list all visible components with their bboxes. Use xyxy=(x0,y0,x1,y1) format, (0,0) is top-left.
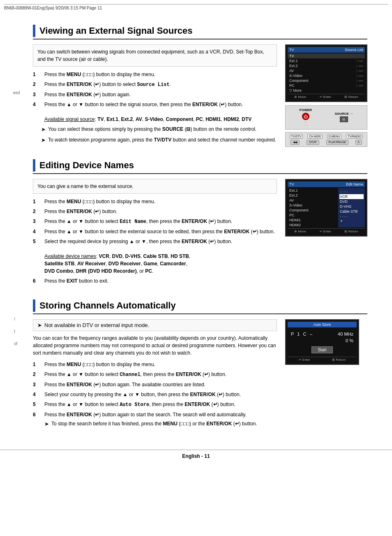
section-editing: Editing Device Names You can give a name… xyxy=(33,159,367,287)
screen1-tv: TV xyxy=(289,48,294,52)
screen1-row-av: AV: ---- xyxy=(288,68,365,73)
screen1-title: Source List xyxy=(345,48,363,52)
btn-tvradio[interactable]: TV/RADIO xyxy=(346,134,363,139)
step-3-4: 4 Select your country by pressing the ▲ … xyxy=(33,391,277,398)
auto-store-info: P 1 C -- 40 MHz xyxy=(288,330,357,338)
screen1-row-tv: TV xyxy=(288,53,365,58)
screen1-row-pc: PC: ---- xyxy=(288,83,365,88)
step-1-3: 3 Press the ENTER/OK (↵) button again. xyxy=(33,91,277,98)
step-2-4: 4 Press the ▲ or ▼ button to select the … xyxy=(33,228,277,235)
step-3-5: 5 Press the ▲ or ▼ button to select Auto… xyxy=(33,401,277,408)
section2-image: TV Edit Name Ext.1 Ext.2 AV S-Video Comp… xyxy=(285,179,367,287)
btn-dmenu[interactable]: D.MENU xyxy=(327,134,342,139)
section1-heading: Viewing an External Signal Sources xyxy=(39,26,193,36)
section3-body: ➤ Not available in DTV or external input… xyxy=(33,319,367,433)
auto-store-screen: Auto Store P 1 C -- 40 MHz 0 % Start xyxy=(285,319,359,365)
section3-heading: Storing Channels Automatically xyxy=(39,300,176,311)
auto-store-title: Auto Store xyxy=(288,322,357,327)
step-3-3: 3 Press the ENTER/OK (↵) button again. T… xyxy=(33,381,277,388)
header-text: BN68-00889W-01Eng(Spa) 9/20/06 3:15 PM P… xyxy=(4,6,102,10)
step-2-3: 3 Press the ▲ or ▼ button to select Edit… xyxy=(33,218,277,225)
step-2-5: 5 Select the required device by pressing… xyxy=(33,238,277,275)
section3-steps: 1 Press the MENU (□□□) button to display… xyxy=(33,361,277,431)
screen1-row-ext2: Ext.2: ---- xyxy=(288,63,365,68)
section3-text: ➤ Not available in DTV or external input… xyxy=(33,319,277,433)
auto-store-footer: ↵ Enter ⊞ Return xyxy=(288,357,357,362)
section2-heading: Editing Device Names xyxy=(39,160,134,171)
step-3-1: 1 Press the MENU (□□□) button to display… xyxy=(33,361,277,368)
screen2-title: Edit Name xyxy=(346,182,363,186)
btn-pause[interactable]: II xyxy=(355,140,362,145)
section2-body: You can give a name to the external sour… xyxy=(33,179,367,287)
screen2-header: TV Edit Name xyxy=(288,181,365,187)
start-button[interactable]: Start xyxy=(311,346,332,353)
section3-note-text: Not available in DTV or external input m… xyxy=(44,322,149,328)
screen1-row-ext1: Ext.1: ---- xyxy=(288,58,365,63)
section1-images: TV Source List TV Ext.1: ---- Ext.2: ---… xyxy=(285,44,367,147)
section2-steps: 1 Press the MENU (□□□) button to display… xyxy=(33,198,277,285)
remote-bottom: TV/DTV CH.MGR D.MENU TV/RADIO ◀◀ STOP PL… xyxy=(285,132,367,147)
section1-intro: You can switch between viewing signals f… xyxy=(33,44,277,67)
screen1-footer: ⊕ Move ↵ Enter ⊞ Return xyxy=(288,94,365,100)
remote-power-source: POWER ⏻ · · · · · SOURCE → ⊟ xyxy=(285,105,367,130)
section3-intro: You can scan for the frequency ranges av… xyxy=(33,334,277,357)
step-2-1: 1 Press the MENU (□□□) button to display… xyxy=(33,198,277,205)
section3-image: Auto Store P 1 C -- 40 MHz 0 % Start xyxy=(285,319,367,433)
section-viewing: Viewing an External Signal Sources You c… xyxy=(33,25,367,147)
step-3-6: 6 Press the ENTER/OK (↵) button again to… xyxy=(33,411,277,431)
screen2-footer: ⊕ Move ↵ Enter ⊞ Return xyxy=(288,228,365,234)
left-note-4: of xyxy=(14,341,17,346)
left-note-2: / xyxy=(14,317,15,321)
main-content: Viewing an External Signal Sources You c… xyxy=(33,25,367,433)
note-1-2: ➤ To watch television programme again, p… xyxy=(41,136,277,144)
step-1-4: 4 Press the ▲ or ▼ button to select the … xyxy=(33,101,277,123)
screen1-row-more: ▽ More xyxy=(288,88,365,93)
title2-accent-bar xyxy=(33,159,35,172)
section1-text: You can switch between viewing signals f… xyxy=(33,44,277,147)
page: BN68-00889W-01Eng(Spa) 9/20/06 3:15 PM P… xyxy=(0,0,392,536)
edit-name-left: Ext.1 Ext.2 AV S-Video Component PC HDMI… xyxy=(288,188,337,227)
btn-tvdtv[interactable]: TV/DTV xyxy=(290,134,303,139)
btn-rew[interactable]: ◀◀ xyxy=(291,140,300,145)
source-list-screen: TV Source List TV Ext.1: ---- Ext.2: ---… xyxy=(285,44,367,102)
section3-title-bar: Storing Channels Automatically xyxy=(33,299,367,314)
screen2-tv: TV xyxy=(289,182,294,186)
section1-body: You can switch between viewing signals f… xyxy=(33,44,367,147)
note-1-1: ➤ You can select these options simply by… xyxy=(41,125,277,134)
page-footer: English - 11 xyxy=(0,450,392,459)
section1-title-bar: Viewing an External Signal Sources xyxy=(33,25,367,39)
step-2-6: 6 Press the EXIT button to exit. xyxy=(33,277,277,285)
title3-accent-bar xyxy=(33,299,35,312)
step-1-2: 2 Press the ENTER/OK (↵) button to selec… xyxy=(33,81,277,88)
screen1-row-component: Component: ---- xyxy=(288,78,365,83)
section2-title-bar: Editing Device Names xyxy=(33,159,367,174)
screen1-row-svideo: S-Video: ---- xyxy=(288,73,365,78)
step-2-2: 2 Press the ENTER/OK (↵) button. xyxy=(33,208,277,215)
section3-note-box: ➤ Not available in DTV or external input… xyxy=(33,319,277,331)
section-storing: Storing Channels Automatically ➤ Not ava… xyxy=(33,299,367,433)
section2-intro: You can give a name to the external sour… xyxy=(33,179,277,194)
btn-stop[interactable]: STOP xyxy=(307,140,319,145)
step-1-1: 1 Press the MENU (□□□) button to display… xyxy=(33,71,277,78)
btn-chmgr[interactable]: CH.MGR xyxy=(307,134,322,139)
edit-name-right: - - - - VCR DVD D-VHS Cable STB - - - - … xyxy=(338,188,365,227)
auto-store-percent: 0 % xyxy=(288,338,357,343)
left-note-3: t xyxy=(14,329,15,334)
btn-playpause[interactable]: PLAY/PAUSE xyxy=(326,140,349,145)
left-note-1: eed xyxy=(13,90,20,95)
section1-steps: 1 Press the MENU (□□□) button to display… xyxy=(33,71,277,123)
section2-text: You can give a name to the external sour… xyxy=(33,179,277,287)
screen1-header: TV Source List xyxy=(288,47,365,53)
edit-name-screen: TV Edit Name Ext.1 Ext.2 AV S-Video Comp… xyxy=(285,179,367,237)
step-3-2: 2 Press the ▲ or ▼ button to select Chan… xyxy=(33,371,277,378)
footer-text: English - 11 xyxy=(182,453,210,459)
header-bar: BN68-00889W-01Eng(Spa) 9/20/06 3:15 PM P… xyxy=(4,4,388,10)
power-button[interactable]: ⏻ xyxy=(302,113,309,120)
title-accent-bar xyxy=(33,25,35,37)
source-button[interactable]: ⊟ xyxy=(340,116,348,122)
auto-store-start-area: Start xyxy=(288,346,357,353)
